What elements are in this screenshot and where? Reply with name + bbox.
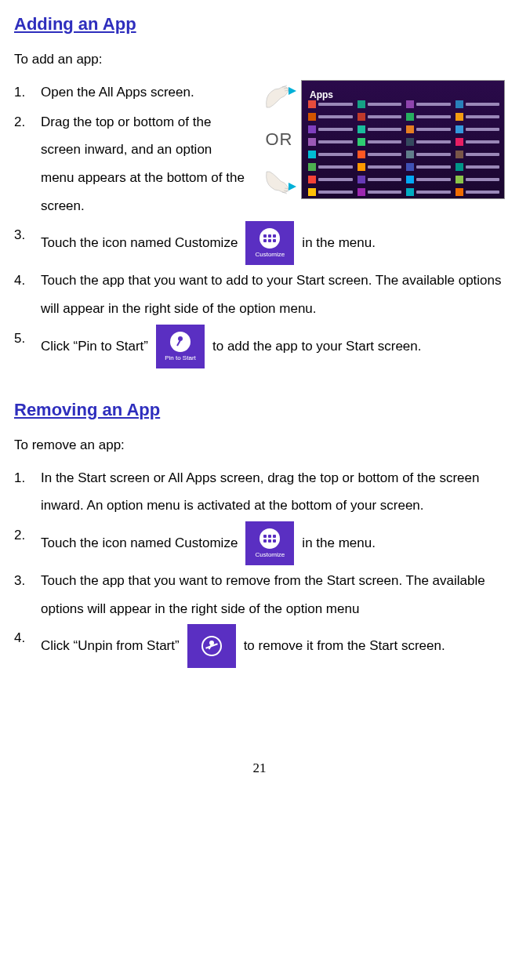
customize-icon-caption: Customize — [255, 252, 285, 258]
app-tile — [308, 137, 353, 147]
app-tile — [406, 162, 451, 172]
step3-post: in the menu. — [302, 229, 376, 257]
list-number: 3. — [14, 221, 41, 249]
app-tile — [455, 175, 500, 184]
list-item: Touch the icon named Customize Customize… — [41, 221, 505, 265]
list-number: 2. — [14, 108, 41, 136]
app-tile — [357, 162, 402, 172]
app-tile — [406, 187, 451, 197]
rstep2-post: in the menu. — [302, 529, 376, 557]
app-tile — [455, 125, 500, 134]
heading-removing-app: Removing an App — [14, 392, 505, 428]
list-item: Open the All Apps screen. — [41, 78, 245, 107]
step5-post: to add the app to your Start screen. — [212, 332, 422, 361]
removing-intro: To remove an app: — [14, 431, 505, 459]
removing-steps-list: 1. In the Start screen or All Apps scree… — [14, 464, 505, 669]
heading-adding-app: Adding an App — [14, 6, 505, 42]
unpin-from-start-icon — [187, 624, 236, 668]
customize-icon: Customize — [245, 221, 294, 265]
list-number: 1. — [14, 464, 41, 492]
step5-pre: Click “Pin to Start” — [41, 332, 148, 361]
list-item: Click “Unpin from Start” to remove it fr… — [41, 624, 505, 668]
app-tile — [406, 137, 451, 147]
app-tile — [406, 125, 451, 134]
list-item: Click “Pin to Start” Pin to Start to add… — [41, 325, 505, 368]
app-tile — [455, 100, 500, 109]
app-tile — [357, 112, 402, 122]
pin-icon-caption: Pin to Start — [165, 355, 196, 361]
list-item: Touch the icon named Customize Customize… — [41, 521, 505, 565]
list-item: Drag the top or bottom of the screen inw… — [41, 108, 245, 220]
list-number: 1. — [14, 78, 41, 107]
list-item: Touch the app that you want to add to yo… — [41, 267, 505, 322]
app-tile — [357, 137, 402, 147]
step3-pre: Touch the icon named Customize — [41, 229, 238, 257]
app-tile — [406, 112, 451, 122]
app-tile — [308, 150, 353, 159]
page-number: 21 — [14, 754, 505, 782]
app-tile — [406, 150, 451, 159]
list-number: 5. — [14, 325, 41, 353]
app-tile — [455, 187, 500, 197]
app-tile — [357, 125, 402, 134]
app-tile — [308, 175, 353, 184]
pin-to-start-icon: Pin to Start — [156, 325, 205, 368]
hand-swipe-down-icon — [263, 81, 295, 111]
rstep4-pre: Click “Unpin from Start” — [41, 632, 180, 660]
app-tile — [308, 187, 353, 197]
list-item: Touch the app that you want to remove fr… — [41, 567, 505, 622]
list-item: In the Start screen or All Apps screen, … — [41, 464, 505, 520]
app-tile — [455, 112, 500, 122]
app-tile — [357, 100, 402, 109]
adding-intro: To add an app: — [14, 45, 505, 74]
app-tile — [455, 137, 500, 147]
customize-icon-caption: Customize — [255, 552, 285, 558]
rstep4-post: to remove it from the Start screen. — [244, 632, 445, 660]
list-number: 2. — [14, 521, 41, 550]
app-tile — [308, 112, 353, 122]
rstep2-pre: Touch the icon named Customize — [41, 529, 238, 557]
app-tile — [357, 175, 402, 184]
app-tile — [308, 100, 353, 109]
list-number: 3. — [14, 567, 41, 595]
app-tile — [357, 187, 402, 197]
app-tile — [406, 175, 451, 184]
or-label: OR — [266, 122, 293, 158]
app-tile — [308, 162, 353, 172]
apps-screen-illustration: Apps — [301, 80, 505, 199]
app-tile — [455, 162, 500, 172]
hand-swipe-up-icon — [263, 169, 295, 198]
list-number: 4. — [14, 267, 41, 295]
app-tile — [406, 100, 451, 109]
list-number: 4. — [14, 624, 41, 652]
customize-icon: Customize — [245, 521, 294, 565]
apps-gesture-figure: OR Apps — [262, 80, 505, 199]
app-tile — [308, 125, 353, 134]
app-tile — [455, 150, 500, 159]
app-tile — [357, 150, 402, 159]
